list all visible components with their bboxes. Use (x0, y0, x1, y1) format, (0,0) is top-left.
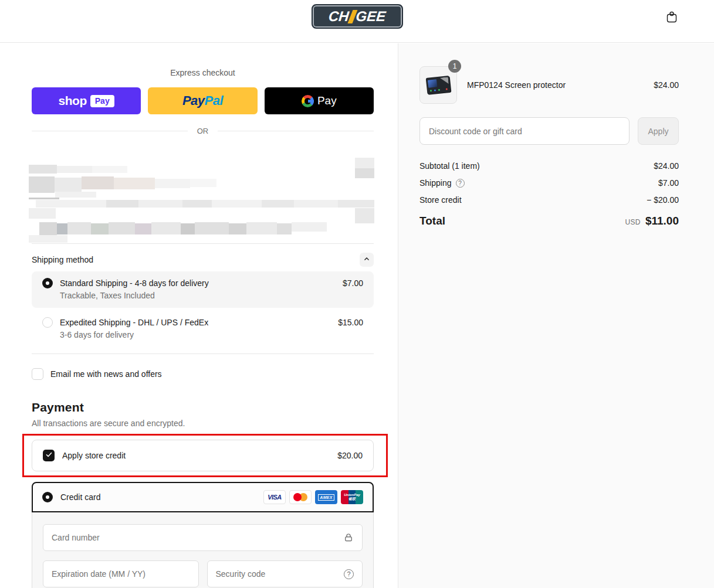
logo-text-left: CH (327, 8, 350, 24)
payment-title: Payment (32, 400, 374, 414)
card-number-field (43, 524, 363, 551)
product-thumbnail-wrap: 1 (419, 66, 457, 104)
redacted-block (109, 222, 135, 234)
redacted-block (55, 178, 82, 192)
redacted-contact-shipping-info (29, 147, 374, 243)
checkmark-icon (45, 450, 53, 461)
redacted-block (91, 223, 109, 234)
chigee-logo: CHGEE (312, 4, 403, 29)
card-details-row: ? (43, 560, 363, 587)
shop-pay-badge: Pay (90, 95, 114, 107)
brand-logo-link[interactable]: CHGEE (312, 4, 403, 29)
or-label: OR (197, 127, 209, 135)
credit-card-option-header[interactable]: Credit card VISA AMEX UnionPay银联 (32, 482, 374, 512)
total-row: Total USD $11.00 (419, 215, 679, 227)
email-optin-checkbox[interactable] (32, 368, 43, 380)
store-credit-row-value: − $20.00 (647, 195, 679, 205)
store-credit-checkbox-checked[interactable] (43, 450, 55, 461)
shipping-option-price: $7.00 (343, 278, 363, 288)
card-brand-icons: VISA AMEX UnionPay银联 (263, 490, 363, 504)
quantity-badge: 1 (448, 60, 461, 73)
expiration-input[interactable] (52, 569, 190, 579)
redacted-block (195, 222, 229, 234)
order-summary: 1 MFP0124 Screen protector $24.00 Apply … (398, 43, 714, 588)
google-g-icon (302, 95, 314, 107)
redacted-block (29, 208, 56, 219)
chevron-up-icon (363, 256, 370, 264)
paypal-button[interactable]: PayPal (148, 87, 257, 114)
redacted-block (106, 200, 138, 208)
credit-card-label: Credit card (60, 492, 256, 502)
shipping-option-standard[interactable]: Standard Shipping - 4-8 days for deliver… (32, 271, 374, 308)
or-divider: OR (32, 127, 374, 135)
shipping-info-icon[interactable]: ? (456, 179, 465, 188)
shipping-option-subtitle: Trackable, Taxes Included (60, 291, 363, 300)
redacted-block (277, 223, 292, 234)
shipping-method-section: Shipping method Standard Shipping - 4-8 … (32, 243, 374, 354)
shipping-option-title: Standard Shipping - 4-8 days for deliver… (60, 278, 336, 288)
express-buttons: shop Pay PayPal Pay (32, 87, 374, 114)
redacted-block (151, 222, 181, 234)
discount-code-input[interactable] (419, 117, 630, 145)
redacted-block (229, 223, 246, 234)
redacted-block (181, 223, 195, 234)
redacted-block (355, 208, 374, 223)
shop-pay-button[interactable]: shop Pay (32, 87, 141, 114)
shipping-collapse-button[interactable] (360, 253, 374, 267)
discount-row: Apply (419, 117, 679, 145)
store-credit-row: Store credit − $20.00 (419, 195, 679, 205)
header: CHGEE (0, 0, 714, 43)
redacted-block (57, 166, 92, 173)
shipping-option-expedited[interactable]: Expedited Shipping - DHL / UPS / FedEx $… (32, 311, 374, 345)
card-number-input[interactable] (52, 533, 339, 542)
redacted-block (55, 192, 96, 198)
logo-text-right: GEE (355, 8, 387, 24)
google-pay-label: Pay (317, 94, 337, 107)
credit-card-radio-selected[interactable] (42, 492, 53, 502)
total-currency: USD (625, 218, 641, 226)
redacted-block (190, 179, 216, 187)
express-checkout-title: Express checkout (32, 68, 374, 77)
redacted-block (355, 158, 374, 168)
redacted-block (182, 200, 212, 208)
unionpay-icon: UnionPay银联 (341, 490, 363, 504)
store-credit-label: Apply store credit (62, 451, 330, 460)
redacted-block (82, 176, 114, 189)
email-optin-label: Email me with news and offers (50, 369, 162, 379)
email-optin-row[interactable]: Email me with news and offers (32, 368, 374, 380)
shipping-method-title: Shipping method (32, 255, 93, 264)
cart-line-item: 1 MFP0124 Screen protector $24.00 (419, 66, 679, 104)
mastercard-icon (289, 490, 312, 504)
totals: Subtotal (1 item) $24.00 Shipping ? $7.0… (419, 161, 679, 227)
product-image (426, 76, 451, 94)
redacted-block (292, 222, 327, 232)
amex-icon: AMEX (315, 490, 337, 504)
google-pay-button[interactable]: Pay (265, 87, 374, 114)
redacted-block (92, 166, 127, 173)
divider-line (218, 131, 374, 131)
security-code-input[interactable] (216, 569, 340, 579)
store-credit-highlight-annotation: Apply store credit $20.00 (22, 434, 388, 477)
cart-button[interactable] (665, 10, 679, 24)
redacted-block (246, 222, 277, 234)
apply-store-credit-row[interactable]: Apply store credit $20.00 (32, 440, 374, 471)
shop-pay-word: shop (59, 94, 87, 108)
redacted-block (138, 200, 182, 208)
redacted-block (29, 198, 59, 199)
expiration-field (43, 560, 199, 587)
logo-text: CHGEE (328, 9, 387, 23)
shipping-value: $7.00 (658, 178, 679, 188)
radio-unselected-icon[interactable] (42, 317, 53, 328)
redacted-block (135, 223, 151, 234)
subtotal-value: $24.00 (654, 161, 679, 171)
redacted-block (29, 235, 67, 243)
redacted-block (39, 222, 57, 235)
shipping-option-subtitle: 3-6 days for delivery (60, 330, 363, 339)
redacted-block (338, 200, 374, 208)
radio-selected-icon[interactable] (42, 278, 53, 288)
shopping-bag-icon (665, 17, 679, 26)
payment-subtitle: All transactions are secure and encrypte… (32, 419, 374, 428)
help-icon[interactable]: ? (344, 569, 354, 579)
shipping-option-price: $15.00 (338, 318, 363, 327)
apply-discount-button[interactable]: Apply (638, 117, 679, 145)
